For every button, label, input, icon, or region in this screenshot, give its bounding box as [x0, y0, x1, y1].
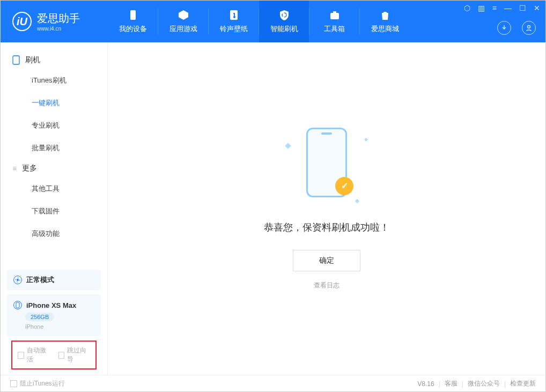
mode-icon	[13, 276, 22, 284]
version-label: V8.16	[417, 380, 434, 388]
menu-icon[interactable]: ≡	[492, 4, 497, 12]
device-type: iPhone	[25, 323, 43, 330]
header: iU 爱思助手 www.i4.cn 我的设备 应用游戏 铃声壁纸 智能刷机 工具…	[1, 1, 545, 42]
phone-outline-icon	[12, 55, 20, 65]
svg-rect-6	[13, 56, 19, 64]
device-info-card[interactable]: iPhone XS Max 256GB iPhone	[7, 294, 101, 336]
support-link[interactable]: 客服	[445, 379, 458, 388]
view-log-link[interactable]: 查看日志	[314, 281, 340, 290]
tab-toolbox[interactable]: 工具箱	[309, 1, 359, 42]
app-subtitle: www.i4.cn	[37, 26, 80, 32]
briefcase-icon	[329, 9, 341, 21]
main-content: ✓ 恭喜您，保资料刷机成功啦！ 确定 查看日志	[108, 42, 545, 375]
statusbar: 阻止iTunes运行 V8.16 | 客服 | 微信公众号 | 检查更新	[1, 375, 545, 392]
shield-refresh-icon	[278, 9, 290, 21]
options-highlight-box: 自动激活 跳过向导	[11, 341, 97, 369]
svg-rect-0	[130, 10, 136, 20]
device-storage-badge: 256GB	[25, 313, 54, 321]
download-button[interactable]	[497, 21, 511, 35]
logo-area: iU 爱思助手 www.i4.cn	[1, 11, 108, 32]
user-button[interactable]	[522, 21, 536, 35]
svg-rect-3	[330, 13, 339, 19]
device-area: 正常模式 iPhone XS Max 256GB iPhone 自动激活 跳过向…	[1, 270, 107, 375]
shirt-icon[interactable]: ⬡	[464, 4, 470, 12]
file-music-icon	[228, 9, 240, 21]
skip-guide-checkbox[interactable]: 跳过向导	[58, 346, 91, 364]
tab-app-games[interactable]: 应用游戏	[158, 1, 208, 42]
svg-rect-9	[16, 302, 19, 308]
sidebar: 刷机 iTunes刷机 一键刷机 专业刷机 批量刷机 ≡ 更多 其他工具 下载固…	[1, 42, 108, 375]
close-button[interactable]: ✕	[534, 4, 540, 12]
titlebar-controls: ⬡ ▥ ≡ — ☐ ✕	[464, 4, 540, 12]
sidebar-item-pro-flash[interactable]: 专业刷机	[1, 114, 107, 137]
device-mode-label: 正常模式	[26, 275, 54, 285]
tab-ringtone[interactable]: 铃声壁纸	[209, 1, 259, 42]
success-illustration: ✓	[278, 128, 375, 208]
sidebar-item-advanced[interactable]: 高级功能	[1, 223, 107, 245]
bag-icon	[379, 9, 391, 21]
auto-activate-checkbox[interactable]: 自动激活	[18, 346, 50, 364]
cube-icon	[178, 9, 189, 21]
tab-flash[interactable]: 智能刷机	[259, 1, 309, 42]
list-icon: ≡	[12, 164, 17, 173]
app-logo-icon: iU	[12, 12, 32, 31]
wechat-link[interactable]: 微信公众号	[468, 379, 500, 388]
nav-tabs: 我的设备 应用游戏 铃声壁纸 智能刷机 工具箱 爱思商城	[108, 1, 410, 42]
header-actions	[497, 21, 536, 35]
check-update-link[interactable]: 检查更新	[510, 379, 536, 388]
svg-point-5	[528, 26, 530, 28]
device-icon	[13, 301, 22, 309]
svg-point-7	[17, 279, 19, 281]
sidebar-item-itunes-flash[interactable]: iTunes刷机	[1, 69, 107, 92]
svg-rect-4	[333, 11, 336, 13]
note-icon[interactable]: ▥	[478, 4, 485, 12]
ok-button[interactable]: 确定	[293, 250, 360, 271]
tab-store[interactable]: 爱思商城	[360, 1, 410, 42]
success-check-icon: ✓	[335, 177, 353, 195]
minimize-button[interactable]: —	[504, 4, 512, 12]
block-itunes-checkbox[interactable]: 阻止iTunes运行	[10, 379, 65, 388]
sidebar-item-other-tools[interactable]: 其他工具	[1, 177, 107, 200]
success-message: 恭喜您，保资料刷机成功啦！	[264, 221, 389, 234]
tab-my-device[interactable]: 我的设备	[108, 1, 158, 42]
sidebar-section-flash: 刷机	[1, 51, 107, 69]
device-mode-card[interactable]: 正常模式	[7, 270, 101, 290]
device-name: iPhone XS Max	[26, 301, 76, 309]
phone-icon	[127, 9, 139, 21]
app-title: 爱思助手	[37, 11, 80, 26]
sidebar-item-onekey-flash[interactable]: 一键刷机	[1, 92, 107, 114]
sidebar-section-more: ≡ 更多	[1, 159, 107, 177]
sidebar-item-batch-flash[interactable]: 批量刷机	[1, 137, 107, 159]
maximize-button[interactable]: ☐	[519, 4, 526, 12]
sidebar-item-download-fw[interactable]: 下载固件	[1, 200, 107, 223]
